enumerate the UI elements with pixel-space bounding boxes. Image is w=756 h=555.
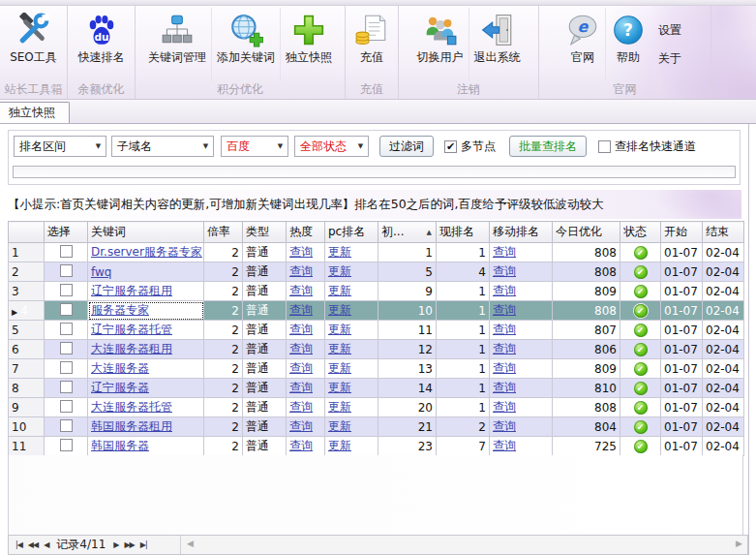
toolbar-text-button[interactable]: 关于 <box>658 50 681 67</box>
keyword-link[interactable]: 辽宁服务器托管 <box>91 323 172 336</box>
column-header[interactable]: 现排名 <box>437 222 490 243</box>
subdomain-dropdown[interactable]: 子域名 ▼ <box>111 136 214 157</box>
column-header[interactable]: 移动排名 <box>490 222 553 243</box>
mobile-query-link[interactable]: 查询 <box>493 381 516 394</box>
fast-channel-checkbox[interactable] <box>598 140 611 153</box>
row-checkbox[interactable] <box>60 245 73 258</box>
toolbar-button[interactable]: 关键词管理 <box>143 8 211 81</box>
toolbar-button[interactable]: e官网 <box>560 8 605 81</box>
toolbar-button[interactable]: 充值 <box>349 8 394 81</box>
pc-update-link[interactable]: 更新 <box>328 439 351 452</box>
row-checkbox[interactable] <box>60 284 73 296</box>
pc-update-link[interactable]: 更新 <box>328 381 351 394</box>
keyword-link[interactable]: 韩国服务器租用 <box>91 419 172 433</box>
heat-query-link[interactable]: 查询 <box>289 245 313 259</box>
pc-update-link[interactable]: 更新 <box>328 264 351 278</box>
toolbar-text-button[interactable]: 设置 <box>658 22 681 39</box>
column-header[interactable]: pc排名 <box>325 222 378 243</box>
pager-next-page-button[interactable]: ▶▶ <box>121 540 136 549</box>
scroll-right-icon[interactable]: ▶ <box>736 539 742 548</box>
table-row[interactable]: 5辽宁服务器托管2普通查询更新111查询807✔01-0702-04 <box>9 321 744 340</box>
column-header[interactable]: 关键词 <box>88 222 204 243</box>
multi-node-option[interactable]: ✔ 多节点 <box>444 139 496 155</box>
pc-update-link[interactable]: 更新 <box>328 419 351 433</box>
mobile-query-link[interactable]: 查询 <box>493 400 516 414</box>
keyword-link[interactable]: 韩国服务器 <box>91 439 149 452</box>
scroll-left-icon[interactable]: ◀ <box>187 539 194 548</box>
column-header[interactable]: 初...▲ <box>378 222 437 243</box>
heat-query-link[interactable]: 查询 <box>289 361 313 375</box>
heat-query-link[interactable]: 查询 <box>289 323 313 336</box>
heat-query-link[interactable]: 查询 <box>289 303 313 317</box>
mobile-query-link[interactable]: 查询 <box>493 245 516 259</box>
heat-query-link[interactable]: 查询 <box>289 342 313 355</box>
toolbar-button[interactable]: 独立快照 <box>280 8 337 81</box>
keyword-link[interactable]: 辽宁服务器 <box>91 381 149 394</box>
row-checkbox[interactable] <box>60 303 73 316</box>
keyword-link[interactable]: 大连服务器托管 <box>91 400 172 414</box>
column-header[interactable]: 倍率 <box>204 222 243 243</box>
heat-query-link[interactable]: 查询 <box>289 264 313 278</box>
table-row[interactable]: 1Dr.server服务器专家2普通查询更新11查询808✔01-0702-04 <box>9 243 744 262</box>
rank-range-dropdown[interactable]: 排名区间 ▼ <box>14 136 106 157</box>
row-checkbox[interactable] <box>60 361 73 374</box>
batch-check-rank-button[interactable]: 批量查排名 <box>509 136 587 157</box>
keyword-link[interactable]: 大连服务器租用 <box>91 342 172 355</box>
filter-word-button[interactable]: 过滤词 <box>379 136 434 157</box>
row-checkbox[interactable] <box>60 400 73 413</box>
row-checkbox[interactable] <box>60 381 73 393</box>
pc-update-link[interactable]: 更新 <box>328 245 351 259</box>
keyword-link[interactable]: fwq <box>91 265 111 279</box>
row-checkbox[interactable] <box>60 323 73 335</box>
toolbar-button[interactable]: 切换用户 <box>412 8 469 81</box>
mobile-query-link[interactable]: 查询 <box>493 323 516 336</box>
column-header[interactable]: 结束 <box>703 222 744 243</box>
pc-update-link[interactable]: 更新 <box>328 400 351 414</box>
pager-first-button[interactable]: |◀ <box>13 540 25 549</box>
keyword-link[interactable]: 辽宁服务器租用 <box>91 284 172 297</box>
multi-node-checkbox[interactable]: ✔ <box>444 140 457 153</box>
heat-query-link[interactable]: 查询 <box>289 381 313 394</box>
pager-prev-button[interactable]: ◀ <box>41 540 51 549</box>
pager-prev-page-button[interactable]: ◀◀ <box>25 540 41 549</box>
heat-query-link[interactable]: 查询 <box>289 419 313 433</box>
pc-update-link[interactable]: 更新 <box>328 342 351 355</box>
table-row[interactable]: 8辽宁服务器2普通查询更新141查询810✔01-0702-04 <box>9 379 744 398</box>
tab-standalone-snapshot[interactable]: 独立快照 <box>0 102 70 123</box>
toolbar-button[interactable]: du快速排名 <box>74 8 130 81</box>
mobile-query-link[interactable]: 查询 <box>493 419 516 433</box>
pc-update-link[interactable]: 更新 <box>328 303 351 317</box>
keyword-link[interactable]: 服务器专家 <box>91 303 149 317</box>
row-checkbox[interactable] <box>60 419 73 432</box>
row-checkbox[interactable] <box>60 342 73 355</box>
table-row[interactable]: 10韩国服务器租用2普通查询更新212查询804✔01-0702-04 <box>9 417 744 437</box>
keyword-link[interactable]: Dr.server服务器专家 <box>91 245 202 259</box>
toolbar-button[interactable]: 添加关键词 <box>211 8 280 81</box>
mobile-query-link[interactable]: 查询 <box>493 361 516 375</box>
table-row[interactable]: 11韩国服务器2普通查询更新237查询725✔01-0702-04 <box>9 437 744 456</box>
pc-update-link[interactable]: 更新 <box>328 361 351 375</box>
mobile-query-link[interactable]: 查询 <box>493 284 516 297</box>
row-checkbox[interactable] <box>60 439 73 451</box>
keyword-link[interactable]: 大连服务器 <box>91 361 149 375</box>
mobile-query-link[interactable]: 查询 <box>493 439 516 452</box>
heat-query-link[interactable]: 查询 <box>289 284 313 297</box>
table-row[interactable]: 3辽宁服务器租用2普通查询更新91查询809✔01-0702-04 <box>9 282 744 301</box>
search-engine-dropdown[interactable]: 百度 ▼ <box>221 136 288 157</box>
heat-query-link[interactable]: 查询 <box>289 439 313 452</box>
row-checkbox[interactable] <box>60 264 73 277</box>
status-dropdown[interactable]: 全部状态 ▼ <box>294 136 369 157</box>
fast-channel-option[interactable]: 查排名快速通道 <box>598 139 696 155</box>
pc-update-link[interactable]: 更新 <box>328 284 351 297</box>
table-row[interactable]: 6大连服务器租用2普通查询更新121查询806✔01-0702-04 <box>9 340 744 359</box>
table-row[interactable]: 7大连服务器2普通查询更新131查询809✔01-0702-04 <box>9 359 744 379</box>
column-header[interactable]: 今日优化 <box>553 222 620 243</box>
column-header[interactable]: 开始 <box>661 222 703 243</box>
column-header[interactable]: 选择 <box>45 222 88 243</box>
mobile-query-link[interactable]: 查询 <box>493 342 516 355</box>
table-row[interactable]: ▶4服务器专家2普通查询更新101查询808✔01-0702-04 <box>9 301 744 321</box>
mobile-query-link[interactable]: 查询 <box>493 303 516 317</box>
toolbar-button[interactable]: 退出系统 <box>469 8 526 81</box>
column-header[interactable] <box>9 222 45 243</box>
pc-update-link[interactable]: 更新 <box>328 323 351 336</box>
